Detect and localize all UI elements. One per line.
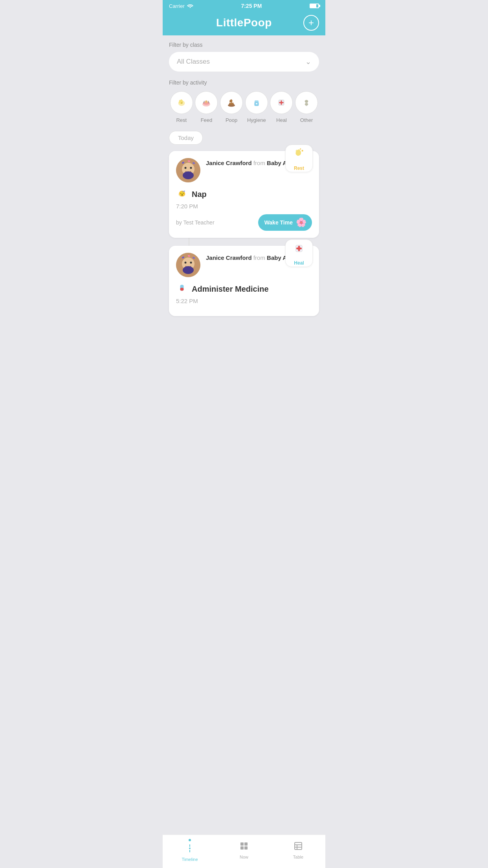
activity-name: Nap	[192, 190, 207, 199]
hygiene-icon	[245, 91, 268, 114]
card-activity: 😴 Nap	[176, 187, 312, 201]
svg-rect-20	[305, 104, 308, 105]
svg-text:😴: 😴	[179, 190, 185, 197]
card-type-badge: Heal	[285, 239, 313, 267]
card-type-label: Rest	[294, 166, 304, 171]
svg-point-21	[296, 150, 298, 152]
poop-label: Poop	[226, 117, 237, 123]
svg-rect-14	[256, 103, 257, 104]
avatar	[176, 253, 200, 277]
activity-card-1: ★★ Rest	[169, 151, 319, 238]
person-name: Janice Crawford	[206, 254, 252, 261]
rest-type-icon: ★★	[292, 146, 306, 164]
today-button[interactable]: Today	[169, 131, 203, 145]
activity-filter-hygiene[interactable]: Hygiene	[245, 91, 268, 123]
person-name: Janice Crawford	[206, 160, 252, 166]
status-time: 7:25 PM	[241, 3, 262, 9]
feed-label: Feed	[201, 117, 213, 123]
heal-label: Heal	[276, 117, 287, 123]
rest-label: Rest	[176, 117, 187, 123]
svg-rect-17	[279, 102, 284, 103]
card-type-label: Heal	[294, 260, 304, 266]
wifi-icon	[187, 3, 193, 9]
svg-point-27	[190, 167, 192, 169]
wake-time-label: Wake Time	[264, 219, 293, 226]
filter-class-section: Filter by class All Classes ⌄	[169, 42, 319, 72]
activity-icon	[176, 282, 188, 296]
chevron-down-icon: ⌄	[305, 57, 311, 66]
carrier-info: Carrier	[169, 3, 193, 9]
svg-point-12	[232, 102, 233, 103]
svg-point-28	[183, 171, 194, 179]
card-footer: by Test Teacher Wake Time 🌸	[176, 214, 312, 231]
poop-icon	[220, 91, 243, 114]
status-bar: Carrier 7:25 PM	[163, 0, 325, 12]
svg-rect-46	[180, 288, 184, 291]
svg-point-41	[183, 266, 194, 274]
svg-rect-5	[205, 100, 208, 103]
svg-text:★: ★	[299, 147, 301, 150]
svg-point-11	[230, 102, 231, 103]
battery-area	[310, 4, 319, 8]
svg-text:★: ★	[180, 101, 182, 104]
activity-filter-other[interactable]: Other	[295, 91, 318, 123]
timeline: ★★ Rest	[169, 151, 319, 316]
sun-icon: 🌸	[296, 217, 306, 228]
activity-name: Administer Medicine	[192, 285, 269, 294]
svg-point-26	[185, 167, 187, 169]
rest-icon: ★	[170, 91, 193, 114]
activity-filter-row: ★ Rest Feed Poop Hygiene Heal Other	[169, 91, 319, 123]
svg-rect-36	[296, 247, 302, 249]
add-button[interactable]: +	[303, 15, 319, 31]
card-teacher: by Test Teacher	[176, 219, 215, 226]
card-time: 5:22 PM	[176, 298, 312, 304]
avatar	[176, 158, 200, 182]
svg-point-40	[190, 262, 192, 264]
svg-rect-19	[305, 100, 308, 102]
other-icon	[295, 91, 318, 114]
activity-filter-heal[interactable]: Heal	[270, 91, 293, 123]
heal-type-icon	[292, 241, 306, 259]
hygiene-label: Hygiene	[247, 117, 266, 123]
battery-icon	[310, 4, 319, 8]
feed-icon	[195, 91, 218, 114]
filter-class-label: Filter by class	[169, 42, 319, 48]
activity-card-2: Heal	[169, 246, 319, 316]
activity-filter-poop[interactable]: Poop	[220, 91, 243, 123]
filter-activity-section: Filter by activity ★ Rest Feed Poop Hygi…	[169, 79, 319, 123]
heal-icon	[270, 91, 293, 114]
card-card-2: Heal	[169, 246, 319, 316]
card-activity: Administer Medicine	[176, 282, 312, 296]
carrier-label: Carrier	[169, 3, 185, 9]
svg-text:★: ★	[301, 149, 304, 152]
activity-filter-feed[interactable]: Feed	[195, 91, 218, 123]
activity-icon: 😴	[176, 187, 188, 201]
card-time: 7:20 PM	[176, 203, 312, 210]
app-header: LittlePoop +	[163, 12, 325, 35]
wake-time-button[interactable]: Wake Time 🌸	[258, 214, 312, 231]
class-dropdown-value: All Classes	[177, 58, 210, 66]
card-card-1: ★★ Rest	[169, 151, 319, 238]
app-title: LittlePoop	[216, 17, 272, 29]
activity-filter-rest[interactable]: ★ Rest	[170, 91, 193, 123]
other-label: Other	[300, 117, 313, 123]
card-type-badge: ★★ Rest	[285, 145, 313, 172]
svg-point-39	[185, 262, 187, 264]
filter-activity-label: Filter by activity	[169, 79, 319, 86]
class-dropdown[interactable]: All Classes ⌄	[169, 52, 319, 72]
